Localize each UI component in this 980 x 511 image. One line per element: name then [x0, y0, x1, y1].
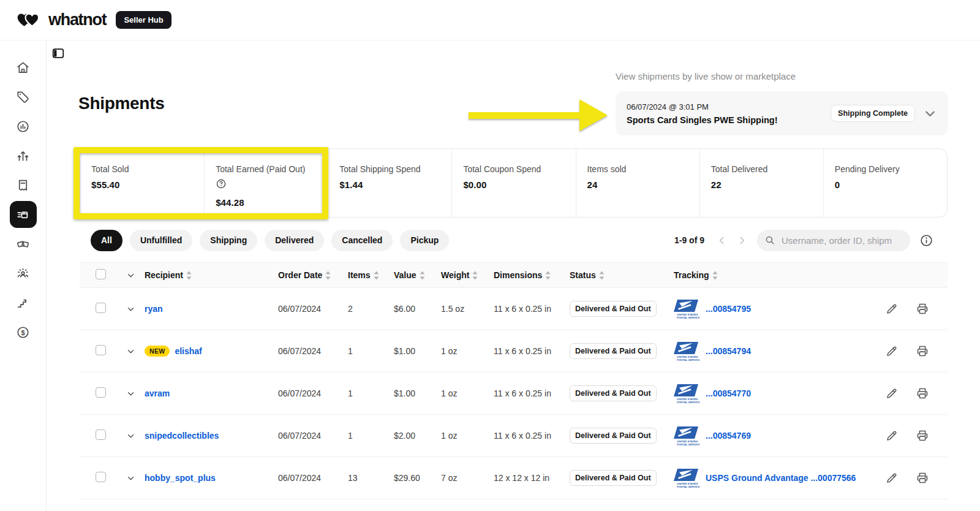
- sort-icon[interactable]: [420, 270, 425, 280]
- print-icon[interactable]: [916, 387, 929, 400]
- stat-label: Items sold: [587, 164, 695, 174]
- row-expand-chevron-icon[interactable]: [119, 347, 145, 356]
- column-header-order-date[interactable]: Order Date: [278, 270, 348, 280]
- print-icon[interactable]: [916, 302, 929, 316]
- edit-pencil-icon[interactable]: [885, 472, 898, 485]
- expand-all-chevron-icon[interactable]: [119, 271, 145, 280]
- stat-label: Pending Delivery: [835, 164, 942, 174]
- filter-tab-cancelled[interactable]: Cancelled: [331, 230, 393, 251]
- tracking-link[interactable]: ...00854770: [706, 388, 751, 398]
- items-cell: 2: [348, 304, 394, 314]
- sidebar-item-levels[interactable]: [10, 289, 37, 316]
- usps-logo: UNITED STATESPOSTAL SERVICE: [674, 468, 699, 488]
- recipient-link[interactable]: ryan: [145, 304, 163, 314]
- column-header-tracking[interactable]: Tracking: [674, 270, 879, 280]
- sidebar-item-analytics[interactable]: [10, 113, 37, 140]
- row-checkbox[interactable]: [96, 303, 106, 313]
- column-header-items[interactable]: Items: [348, 270, 394, 280]
- sidebar-item-tag[interactable]: [10, 83, 37, 110]
- print-icon[interactable]: [916, 471, 929, 485]
- edit-pencil-icon[interactable]: [885, 345, 898, 358]
- status-cell: Delivered & Paid Out: [570, 470, 674, 486]
- sidebar-item-shipments[interactable]: [10, 201, 37, 228]
- column-header-dimensions[interactable]: Dimensions: [494, 270, 570, 280]
- column-label: Tracking: [674, 270, 709, 280]
- next-page-button[interactable]: [737, 235, 747, 246]
- sort-icon[interactable]: [374, 270, 379, 280]
- print-icon[interactable]: [916, 429, 929, 442]
- row-checkbox[interactable]: [96, 430, 106, 440]
- tracking-cell: UNITED STATESPOSTAL SERVICE...00854769: [674, 426, 879, 446]
- select-all-checkbox[interactable]: [96, 269, 106, 279]
- recipient-link[interactable]: avram: [145, 388, 170, 398]
- tracking-link[interactable]: ...00854769: [706, 431, 751, 441]
- print-icon[interactable]: [916, 344, 929, 358]
- sort-icon[interactable]: [545, 270, 551, 280]
- dimensions-cell: 11 x 6 x 0.25 in: [494, 388, 570, 398]
- edit-pencil-icon[interactable]: [885, 430, 898, 442]
- community-icon: [16, 267, 30, 281]
- row-checkbox[interactable]: [96, 472, 106, 482]
- filter-tab-all[interactable]: All: [91, 230, 123, 251]
- chevron-down-icon[interactable]: [923, 107, 937, 121]
- row-expand-chevron-icon[interactable]: [119, 431, 145, 441]
- sort-icon[interactable]: [472, 270, 478, 280]
- row-expand-chevron-icon[interactable]: [119, 305, 145, 314]
- sidebar-item-home[interactable]: [10, 54, 37, 81]
- sidebar-item-community[interactable]: [10, 260, 37, 287]
- row-checkbox[interactable]: [96, 345, 106, 355]
- search-box[interactable]: [757, 230, 910, 251]
- column-header-recipient[interactable]: Recipient: [145, 270, 278, 280]
- tracking-link[interactable]: ...00854795: [706, 304, 751, 314]
- usps-logo: UNITED STATESPOSTAL SERVICE: [674, 384, 699, 404]
- sort-icon[interactable]: [325, 270, 331, 280]
- column-header-status[interactable]: Status: [570, 270, 674, 280]
- filter-tab-unfulfilled[interactable]: Unfulfilled: [130, 230, 192, 251]
- stat-card-total-sold: Total Sold$55.40: [80, 149, 204, 217]
- sidebar-item-breaks[interactable]: [10, 230, 37, 257]
- sort-icon[interactable]: [599, 270, 605, 280]
- dimensions-cell: 12 x 12 x 12 in: [494, 473, 570, 483]
- row-checkbox[interactable]: [96, 387, 106, 398]
- search-input[interactable]: [780, 235, 903, 246]
- recipient-link[interactable]: elishaf: [175, 346, 202, 356]
- tracking-link[interactable]: USPS Ground Advantage ...00077566: [706, 473, 856, 483]
- status-badge: Delivered & Paid Out: [570, 343, 657, 359]
- status-cell: Delivered & Paid Out: [570, 428, 674, 444]
- sidebar-item-earnings[interactable]: $: [10, 319, 37, 346]
- edit-pencil-icon[interactable]: [885, 303, 898, 316]
- svg-text:POSTAL SERVICE: POSTAL SERVICE: [677, 316, 699, 319]
- recipient-link[interactable]: hobby_spot_plus: [145, 473, 216, 483]
- edit-pencil-icon[interactable]: [885, 387, 898, 400]
- value-cell: $1.00: [394, 388, 441, 398]
- show-selector-dropdown[interactable]: 06/07/2024 @ 3:01 PM Sports Card Singles…: [616, 91, 948, 135]
- whatnot-hearts-icon: [16, 11, 44, 29]
- filter-tab-delivered[interactable]: Delivered: [265, 230, 324, 251]
- stat-label: Total Shipping Spend: [339, 164, 447, 174]
- tracking-link[interactable]: ...00854794: [706, 346, 751, 356]
- status-cell: Delivered & Paid Out: [570, 385, 674, 401]
- info-icon[interactable]: [919, 233, 933, 248]
- sidebar-collapse-icon[interactable]: [51, 47, 65, 62]
- row-expand-chevron-icon[interactable]: [119, 474, 145, 483]
- levels-icon: [16, 296, 30, 310]
- column-header-value[interactable]: Value: [394, 270, 441, 280]
- recipient-link[interactable]: snipedcollectibles: [145, 431, 219, 441]
- sidebar-item-orders[interactable]: [10, 172, 37, 199]
- sort-icon[interactable]: [712, 270, 718, 280]
- row-expand-chevron-icon[interactable]: [119, 389, 145, 398]
- stat-label: Total Sold: [91, 164, 199, 174]
- stat-value: 22: [711, 180, 818, 190]
- sort-icon[interactable]: [186, 270, 192, 280]
- stat-card-pending-delivery: Pending Delivery0: [823, 149, 947, 217]
- status-cell: Delivered & Paid Out: [570, 301, 674, 317]
- help-icon[interactable]: [216, 178, 227, 189]
- whatnot-logo[interactable]: whatnot: [16, 10, 106, 29]
- sidebar-item-growth[interactable]: [10, 142, 37, 169]
- stat-label: Total Coupon Spend: [463, 164, 570, 174]
- filter-tab-pickup[interactable]: Pickup: [400, 230, 449, 251]
- tracking-cell: UNITED STATESPOSTAL SERVICE...00854795: [674, 299, 879, 319]
- column-header-weight[interactable]: Weight: [441, 270, 494, 280]
- filter-tab-shipping[interactable]: Shipping: [200, 230, 257, 251]
- previous-page-button[interactable]: [717, 235, 727, 246]
